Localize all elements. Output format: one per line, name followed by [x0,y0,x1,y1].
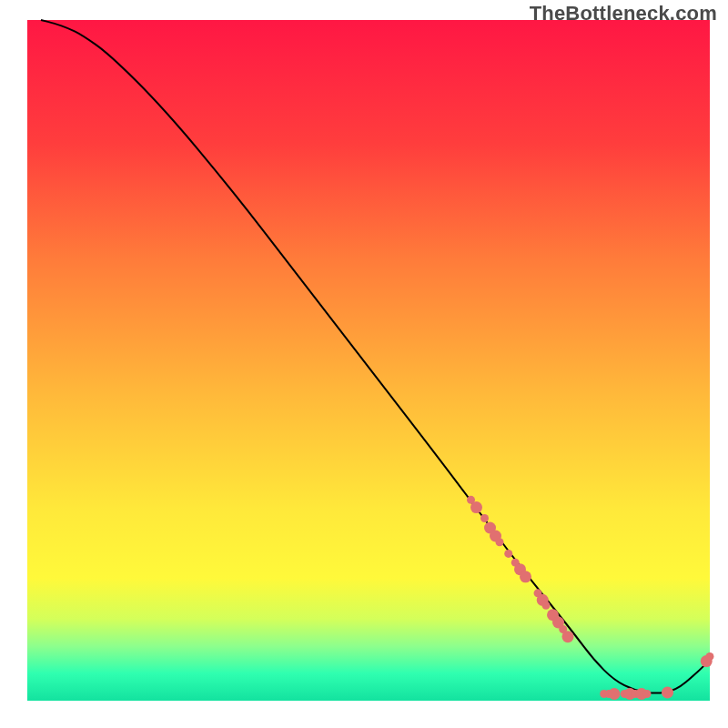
marker-point [520,571,531,582]
marker-point [643,690,652,698]
bottleneck-chart [0,0,728,728]
gradient-background [27,20,710,701]
marker-point [496,538,504,546]
chart-container: TheBottleneck.com [0,0,728,728]
marker-point [609,688,621,700]
marker-point [706,652,714,661]
plot-area [27,20,714,701]
marker-point [470,501,482,513]
marker-point [562,631,574,642]
watermark-text: TheBottleneck.com [530,2,717,25]
marker-point [480,514,489,522]
marker-point [662,687,673,699]
marker-point [542,602,551,610]
marker-point [504,550,512,558]
